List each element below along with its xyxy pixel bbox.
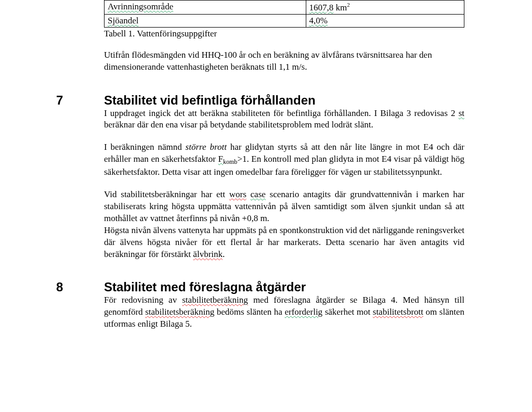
text-run-marked: Fkomb <box>218 154 238 164</box>
paragraph: I uppdraget ingick det att beräkna stabi… <box>104 108 464 132</box>
text-run: I beräkningen nämnd <box>104 142 186 152</box>
text-run: F <box>218 154 223 164</box>
text-run-italic: större brott <box>186 142 227 152</box>
text-run: beräknar där den ena visar på betydande … <box>104 120 373 130</box>
table-cell-label: Sjöandel <box>105 14 306 27</box>
table-value-unit: km <box>333 3 347 12</box>
text-run: Vid stabilitetsberäkningar har ett <box>104 189 229 199</box>
section-number: 8 <box>0 280 104 294</box>
table-cell-value: 1607,8 km2 <box>306 1 464 15</box>
table-cell-label: Avrinningsområde <box>105 1 306 15</box>
text-run-marked: erforderlig <box>284 307 322 317</box>
table-row: Avrinningsområde 1607,8 km2 <box>105 1 464 15</box>
section-heading-row: 8 Stabilitet med föreslagna åtgärder <box>0 280 532 294</box>
text-run: I uppdraget ingick det att beräkna stabi… <box>104 108 459 118</box>
text-run: bedöms slänten ha <box>214 307 284 317</box>
table-row: Sjöandel 4,0% <box>105 14 464 27</box>
table-label-text: Avrinningsområde <box>108 2 173 11</box>
section-7: 7 Stabilitet vid befintliga förhållanden… <box>0 93 532 261</box>
table-value-number: 1607,8 <box>309 3 334 12</box>
text-run-spellerror: wors <box>229 189 246 199</box>
table-value-sup: 2 <box>347 2 350 8</box>
section-body: I uppdraget ingick det att beräkna stabi… <box>104 108 464 261</box>
text-run-spellerror: stabilitetsbrott <box>373 307 423 317</box>
section-number: 7 <box>0 93 104 108</box>
text-run-sub: komb <box>223 159 237 166</box>
data-table: Avrinningsområde 1607,8 km2 Sjöandel 4,0… <box>104 0 464 28</box>
text-run-marked: case <box>251 189 266 199</box>
table-cell-value: 4,0% <box>306 14 464 27</box>
section-title: Stabilitet med föreslagna åtgärder <box>104 280 306 294</box>
text-run: . <box>223 249 225 259</box>
text-run-spellerror: älvbrink <box>193 249 223 259</box>
text-run-spellerror: stabilitetsberäkning <box>145 307 214 317</box>
intro-paragraph: Utifrån flödesmängden vid HHQ-100 år och… <box>104 49 464 73</box>
text-run: För redovisning av <box>104 295 182 305</box>
paragraph: För redovisning av stabilitetberäkning m… <box>104 294 464 330</box>
paragraph: Vid stabilitetsberäkningar har ett wors … <box>104 189 464 225</box>
section-8: 8 Stabilitet med föreslagna åtgärder För… <box>0 280 532 330</box>
section-title: Stabilitet vid befintliga förhållanden <box>104 93 316 108</box>
table-label-text: Sjöandel <box>108 16 139 25</box>
text-run <box>246 189 251 199</box>
text-run-spellerror: stabilitetberäkning <box>182 295 248 305</box>
text-run: säkerhet mot <box>322 307 373 317</box>
text-run: Högsta nivån älvens vattenyta har uppmät… <box>104 225 464 259</box>
paragraph: I beräkningen nämnd större brott har gli… <box>104 141 464 178</box>
section-heading-row: 7 Stabilitet vid befintliga förhållanden <box>0 93 532 108</box>
text-run-marked: st <box>459 108 464 118</box>
table-caption: Tabell 1. Vattenföringsuppgifter <box>104 29 464 39</box>
table-value-number: 4,0% <box>309 16 328 25</box>
document-page: Avrinningsområde 1607,8 km2 Sjöandel 4,0… <box>0 0 532 330</box>
paragraph: Högsta nivån älvens vattenyta har uppmät… <box>104 225 464 261</box>
section-body: För redovisning av stabilitetberäkning m… <box>104 294 464 330</box>
